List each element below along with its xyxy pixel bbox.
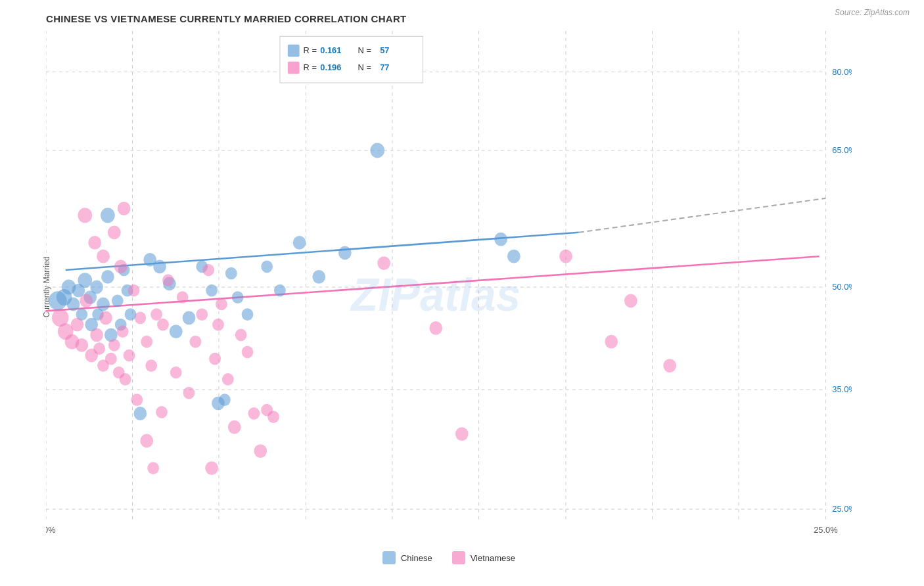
- svg-point-64: [507, 250, 520, 263]
- svg-text:N =: N =: [358, 45, 372, 55]
- svg-text:50.0%: 50.0%: [832, 282, 852, 292]
- svg-point-55: [232, 291, 244, 304]
- svg-point-39: [112, 294, 124, 307]
- svg-text:0.0%: 0.0%: [46, 525, 56, 535]
- svg-point-105: [222, 373, 234, 386]
- svg-point-89: [128, 284, 140, 297]
- source-label: Source: ZipAtlas.com: [835, 8, 910, 17]
- svg-point-106: [228, 420, 241, 434]
- svg-point-58: [274, 284, 286, 297]
- svg-point-94: [157, 319, 169, 331]
- svg-text:57: 57: [380, 45, 389, 55]
- svg-text:25.0%: 25.0%: [832, 504, 852, 514]
- svg-text:0.161: 0.161: [320, 45, 341, 55]
- scatter-chart: 80.0% 65.0% 50.0% 35.0% 25.0% 0.0% 25.0%: [46, 31, 852, 543]
- svg-point-63: [494, 233, 507, 246]
- svg-point-31: [78, 273, 92, 288]
- chart-area: 80.0% 65.0% 50.0% 35.0% 25.0% 0.0% 25.0%: [46, 31, 852, 543]
- legend-item-vietnamese: Vietnamese: [452, 551, 515, 564]
- svg-text:35.0%: 35.0%: [832, 384, 852, 394]
- svg-point-44: [101, 208, 115, 223]
- svg-point-114: [140, 434, 153, 448]
- svg-point-82: [124, 349, 135, 362]
- svg-point-28: [67, 298, 80, 311]
- svg-text:0.196: 0.196: [320, 62, 341, 72]
- svg-point-108: [242, 346, 254, 358]
- svg-point-62: [370, 143, 384, 158]
- bottom-legend: Chinese Vietnamese: [46, 551, 852, 564]
- svg-text:25.0%: 25.0%: [814, 525, 838, 535]
- svg-point-110: [254, 444, 267, 458]
- svg-point-107: [235, 328, 247, 341]
- svg-text:N =: N =: [358, 62, 372, 72]
- svg-point-121: [605, 335, 618, 349]
- svg-point-37: [101, 270, 114, 284]
- svg-point-98: [183, 387, 195, 399]
- svg-point-122: [624, 294, 637, 307]
- svg-point-97: [177, 291, 189, 304]
- svg-point-101: [202, 264, 214, 277]
- svg-point-115: [147, 462, 159, 474]
- svg-point-83: [78, 208, 92, 223]
- svg-point-96: [170, 367, 182, 379]
- svg-point-92: [145, 359, 157, 372]
- svg-point-103: [212, 319, 224, 331]
- svg-point-36: [97, 298, 110, 311]
- svg-point-90: [134, 311, 146, 324]
- svg-point-118: [429, 321, 442, 335]
- svg-rect-131: [288, 62, 300, 74]
- svg-text:80.0%: 80.0%: [832, 66, 852, 76]
- svg-point-34: [90, 281, 103, 294]
- svg-point-51: [206, 284, 218, 297]
- svg-point-69: [71, 318, 84, 332]
- svg-text:77: 77: [380, 62, 389, 72]
- svg-point-86: [108, 225, 121, 239]
- svg-point-93: [150, 308, 162, 321]
- svg-point-77: [105, 353, 117, 365]
- svg-point-49: [183, 311, 196, 325]
- svg-point-84: [88, 236, 101, 250]
- svg-point-87: [114, 259, 127, 273]
- svg-point-100: [196, 308, 208, 321]
- svg-point-104: [216, 298, 227, 311]
- svg-point-99: [190, 336, 202, 348]
- svg-point-76: [99, 311, 112, 325]
- legend-item-chinese: Chinese: [382, 551, 432, 564]
- svg-point-116: [156, 406, 168, 418]
- svg-rect-125: [280, 36, 423, 83]
- svg-point-57: [261, 260, 273, 273]
- svg-text:R =: R =: [304, 45, 317, 55]
- svg-point-85: [97, 250, 110, 263]
- chinese-label: Chinese: [401, 553, 432, 563]
- svg-point-60: [312, 270, 325, 284]
- svg-point-81: [120, 373, 131, 386]
- svg-text:ZIPatlas: ZIPatlas: [350, 269, 520, 321]
- svg-point-112: [267, 411, 279, 423]
- svg-text:R =: R =: [304, 62, 317, 72]
- svg-point-123: [663, 359, 676, 372]
- svg-point-53: [219, 394, 231, 406]
- svg-point-46: [153, 259, 166, 273]
- svg-point-61: [338, 246, 352, 260]
- chart-title: CHINESE VS VIETNAMESE CURRENTLY MARRIED …: [7, 7, 911, 28]
- svg-line-24: [579, 198, 826, 233]
- chinese-swatch: [382, 551, 396, 564]
- svg-point-120: [559, 250, 572, 263]
- svg-point-48: [170, 325, 183, 338]
- svg-point-78: [108, 339, 120, 351]
- svg-point-109: [248, 407, 260, 420]
- svg-text:65.0%: 65.0%: [832, 145, 852, 155]
- svg-point-124: [131, 394, 143, 406]
- svg-point-73: [90, 328, 103, 342]
- vietnamese-swatch: [452, 551, 465, 564]
- chart-container: CHINESE VS VIETNAMESE CURRENTLY MARRIED …: [0, 0, 924, 586]
- svg-rect-126: [288, 45, 300, 57]
- svg-point-56: [242, 308, 254, 321]
- svg-point-80: [117, 325, 129, 338]
- vietnamese-label: Vietnamese: [471, 553, 515, 563]
- svg-point-113: [205, 461, 218, 475]
- svg-point-119: [455, 427, 469, 441]
- svg-point-54: [225, 267, 237, 280]
- svg-point-70: [75, 338, 88, 352]
- svg-point-88: [118, 202, 131, 215]
